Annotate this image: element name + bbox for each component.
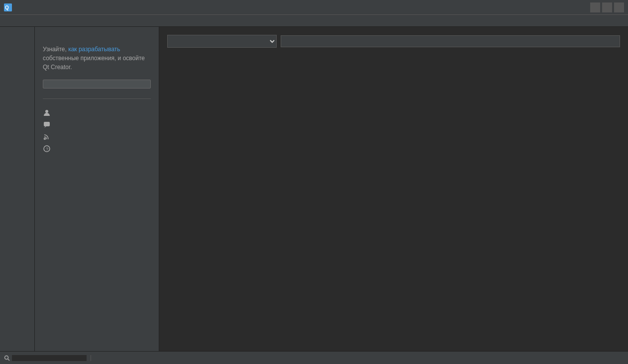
welcome-section: Узнайте, как разрабатывать собственные п… — [43, 45, 151, 89]
sidebar — [0, 27, 35, 351]
rss-icon — [43, 133, 51, 141]
right-panel — [159, 27, 628, 351]
svg-line-8 — [8, 359, 9, 361]
qt-account-item[interactable] — [43, 107, 151, 119]
examples-toolbar — [167, 35, 620, 48]
quick-search[interactable] — [4, 355, 91, 361]
minimize-button[interactable] — [590, 2, 600, 12]
blogs-item[interactable] — [43, 131, 151, 143]
svg-text:?: ? — [46, 147, 48, 152]
start-button[interactable] — [43, 80, 151, 89]
svg-text:Q: Q — [5, 5, 9, 10]
search-input[interactable] — [281, 35, 620, 47]
svg-point-2 — [45, 110, 48, 113]
close-button[interactable] — [614, 2, 624, 12]
welcome-text: Узнайте, как разрабатывать собственные п… — [43, 45, 151, 72]
maximize-button[interactable] — [602, 2, 612, 12]
chat-icon — [43, 121, 51, 129]
left-panel: Узнайте, как разрабатывать собственные п… — [35, 27, 159, 351]
window-controls — [590, 2, 624, 12]
svg-point-4 — [44, 138, 46, 140]
user-icon — [43, 109, 51, 117]
help-circle-icon: ? — [43, 145, 51, 153]
community-item[interactable] — [43, 119, 151, 131]
svg-point-7 — [5, 356, 8, 359]
learn-link[interactable]: как разрабатывать — [68, 46, 120, 53]
titlebar: Q — [0, 0, 628, 15]
app-icon: Q — [4, 3, 12, 11]
main-layout: Узнайте, как разрабатывать собственные п… — [0, 27, 628, 351]
statusbar — [0, 351, 628, 364]
content-area: Узнайте, как разрабатывать собственные п… — [35, 27, 628, 351]
quick-search-input[interactable] — [12, 355, 87, 361]
svg-rect-3 — [44, 122, 50, 126]
help-item[interactable]: ? — [43, 143, 151, 155]
menubar — [0, 15, 628, 27]
search-icon — [4, 355, 10, 361]
account-section: ? — [43, 98, 151, 155]
version-select[interactable] — [167, 35, 277, 48]
